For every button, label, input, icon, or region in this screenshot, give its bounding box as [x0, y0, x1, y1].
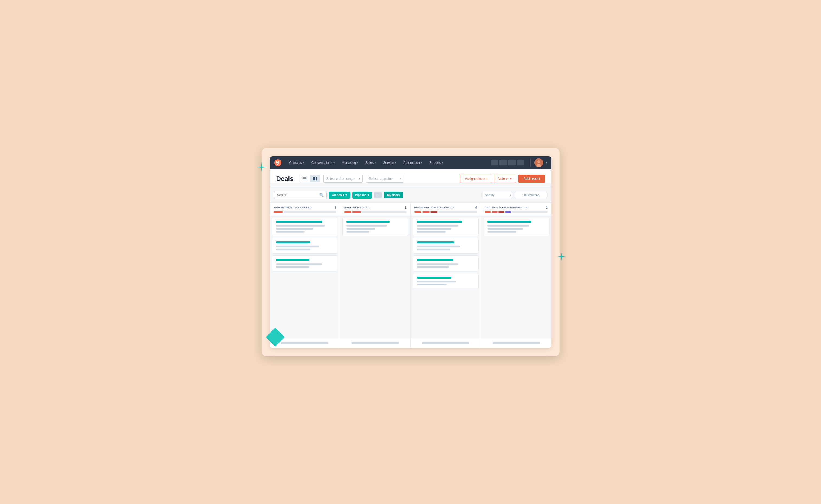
search-input[interactable] [277, 193, 318, 197]
progress-segment-1 [284, 211, 336, 213]
col-title-appointment-scheduled: APPOINTMENT SCHEDULED [274, 206, 312, 209]
progress-segment-2 [498, 211, 504, 213]
nav-conversations[interactable]: Conversations ▾ [309, 159, 338, 166]
col-progress-decision-maker-brought-in [485, 211, 548, 213]
footer-cell-2 [411, 338, 481, 348]
deal-info-line [417, 246, 460, 247]
page-title: Deals [276, 175, 294, 183]
nav-icon-4[interactable] [517, 160, 524, 165]
deal-info-line [417, 284, 447, 285]
col-header-decision-maker-brought-in: DECISION MAKER BROUGHT IN1 [481, 203, 551, 215]
progress-segment-4 [512, 211, 548, 213]
main-window: Contacts ▾ Conversations ▾ Marketing ▾ S… [270, 156, 551, 348]
col-cards-qualified-to-buy [340, 215, 410, 238]
footer-bar-2 [422, 342, 469, 344]
svg-rect-6 [303, 178, 306, 179]
deal-info-line [417, 231, 446, 233]
user-avatar[interactable] [534, 158, 543, 167]
deal-name-bar [487, 221, 531, 223]
progress-segment-0 [344, 211, 351, 213]
header-actions: Assigned to me Actions ▾ Add report [460, 175, 545, 183]
deal-card[interactable] [483, 217, 549, 236]
col-count-presentation-scheduled: 4 [475, 206, 477, 209]
nav-icon-3[interactable] [508, 160, 516, 165]
date-range-select[interactable]: Select a date range [323, 175, 363, 183]
deal-info-line [276, 263, 322, 265]
nav-service[interactable]: Service ▾ [380, 159, 399, 166]
footer-cell-1 [340, 338, 411, 348]
actions-button[interactable]: Actions ▾ [495, 175, 516, 183]
progress-segment-1 [352, 211, 361, 213]
footer-cell-3 [481, 338, 551, 348]
sort-select[interactable]: Sort by [483, 192, 512, 198]
deal-name-bar [276, 241, 311, 243]
page-content: Deals Select a date range Se [270, 169, 551, 183]
deal-card[interactable] [342, 217, 408, 236]
deal-info-line [417, 228, 452, 230]
deal-info-line [417, 281, 456, 282]
deal-info-line [276, 231, 305, 233]
my-deals-filter-button[interactable]: □ [374, 192, 382, 198]
conversations-chevron-icon: ▾ [333, 161, 335, 164]
service-chevron-icon: ▾ [395, 161, 396, 164]
nav-sales[interactable]: Sales ▾ [363, 159, 379, 166]
avatar-chevron-icon[interactable]: ▾ [546, 161, 547, 164]
all-deals-filter-button[interactable]: All deals ▾ [329, 192, 350, 199]
col-progress-presentation-scheduled [414, 211, 477, 213]
add-report-button[interactable]: Add report [518, 175, 545, 183]
nav-icon-2[interactable] [499, 160, 507, 165]
nav-divider [530, 159, 531, 167]
footer-bar-3 [493, 342, 540, 344]
col-title-presentation-scheduled: PRESENTATION SCHEDULED [414, 206, 454, 209]
all-deals-chevron-icon: ▾ [345, 193, 347, 197]
progress-segment-0 [414, 211, 422, 213]
nav-icon-1[interactable] [491, 160, 498, 165]
deal-info-line [276, 266, 310, 268]
sort-select-wrapper: Sort by [483, 192, 512, 198]
list-view-button[interactable] [299, 175, 310, 182]
deal-info-line [417, 263, 458, 265]
contacts-chevron-icon: ▾ [303, 161, 304, 164]
deal-card[interactable] [413, 217, 479, 236]
nav-contacts[interactable]: Contacts ▾ [287, 159, 307, 166]
hubspot-logo[interactable] [274, 159, 282, 167]
toolbar-right-actions: Sort by Edit columns [483, 192, 547, 198]
edit-columns-button[interactable]: Edit columns [515, 192, 547, 198]
page-header: Deals Select a date range Se [276, 175, 545, 183]
nav-marketing[interactable]: Marketing ▾ [339, 159, 361, 166]
my-deals-label-button[interactable]: My deals [384, 192, 403, 198]
deal-card[interactable] [272, 238, 338, 254]
board-view-button[interactable] [310, 175, 320, 182]
deal-name-bar [417, 259, 453, 261]
marketing-chevron-icon: ▾ [357, 161, 358, 164]
deal-info-line [276, 249, 311, 250]
sparkle-top-left-icon [256, 162, 267, 173]
actions-chevron-icon: ▾ [510, 177, 512, 181]
nav-utility-icons [491, 160, 524, 165]
pipeline-select[interactable]: Select a pipeline [366, 175, 404, 183]
pipeline-chevron-icon: ▾ [368, 193, 369, 197]
col-count-qualified-to-buy: 1 [405, 206, 406, 209]
col-title-qualified-to-buy: QUALIFIED TO BUY [344, 206, 371, 209]
filter-icon: □ [376, 193, 378, 197]
col-count-decision-maker-brought-in: 1 [546, 206, 547, 209]
deal-name-bar [346, 221, 390, 223]
deal-name-bar [276, 221, 322, 223]
pipeline-filter-button[interactable]: Pipeline ▾ [352, 192, 372, 199]
nav-automation[interactable]: Automation ▾ [401, 159, 425, 166]
nav-reports[interactable]: Reports ▾ [427, 159, 446, 166]
deal-card[interactable] [413, 238, 479, 254]
assigned-to-me-button[interactable]: Assigned to me [460, 175, 492, 183]
deal-card[interactable] [272, 255, 338, 271]
deal-info-line [276, 225, 325, 227]
deal-card[interactable] [272, 217, 338, 236]
deal-info-line [276, 246, 319, 247]
deal-name-bar [417, 241, 454, 243]
deal-info-line [346, 228, 375, 230]
deal-card[interactable] [413, 273, 479, 289]
progress-segment-0 [485, 211, 491, 213]
col-title-decision-maker-brought-in: DECISION MAKER BROUGHT IN [485, 206, 528, 209]
deal-card[interactable] [413, 255, 479, 271]
svg-rect-7 [303, 180, 306, 180]
deal-info-line [417, 266, 449, 268]
